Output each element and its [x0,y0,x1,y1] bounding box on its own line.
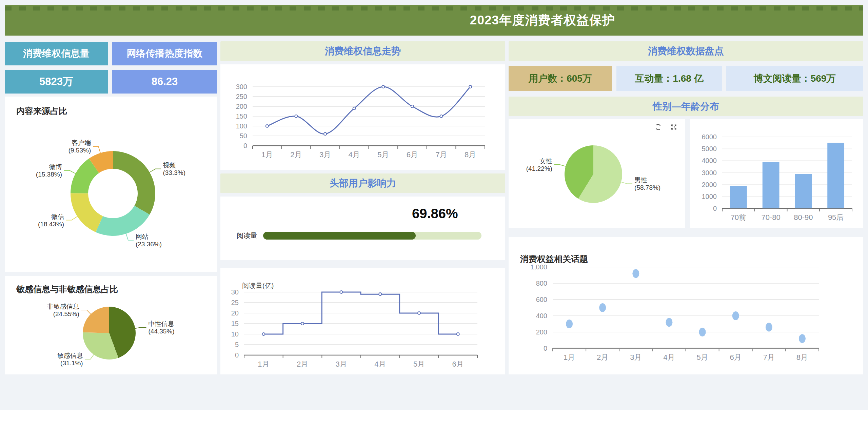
svg-text:视频: 视频 [163,162,176,169]
svg-text:200: 200 [536,328,547,336]
dashboard: 2023年度消费者权益保护 消费维权信息量 网络传播热度指数 5823万 86.… [0,0,868,431]
svg-text:1月: 1月 [564,353,575,362]
svg-text:(18.43%): (18.43%) [38,221,64,228]
svg-text:网站: 网站 [136,233,149,240]
svg-text:7月: 7月 [763,353,775,362]
svg-text:6月: 6月 [407,150,418,159]
gender-pie-chart: 男性(58.78%)女性(41.22%) [509,119,685,228]
svg-text:2月: 2月 [597,353,608,362]
svg-text:非敏感信息: 非敏感信息 [47,303,79,310]
svg-text:敏感信息: 敏感信息 [57,352,83,359]
svg-text:5月: 5月 [413,360,425,368]
topics-scatter-chart: 02004006008001,0001月2月3月4月5月6月7月8月 [509,237,863,374]
svg-text:1000: 1000 [702,193,717,200]
page-title: 2023年度消费者权益保护 [470,12,615,29]
svg-text:50: 50 [240,132,247,140]
svg-text:6000: 6000 [702,133,717,141]
progress-track [263,232,481,240]
svg-text:中性信息: 中性信息 [149,320,174,327]
svg-text:250: 250 [236,93,247,100]
svg-text:3月: 3月 [336,360,347,368]
svg-text:(41.22%): (41.22%) [526,165,552,172]
svg-text:2000: 2000 [702,181,717,188]
svg-text:30: 30 [231,288,239,296]
svg-text:70-80: 70-80 [761,213,780,222]
gender-pie-panel: 男性(58.78%)女性(41.22%) [509,119,685,228]
svg-text:0: 0 [243,142,247,149]
svg-text:3000: 3000 [702,169,717,177]
age-bar-panel: 010002000300040005000600070前70-8080-9095… [690,119,863,228]
dashboard-header: 2023年度消费者权益保护 [5,5,863,36]
svg-text:2月: 2月 [290,150,302,159]
svg-text:6月: 6月 [452,360,464,368]
svg-text:150: 150 [236,112,247,120]
kpi-interactions: 互动量：1.68 亿 [616,66,722,91]
progress-row: 阅读量 [237,231,481,240]
svg-text:200: 200 [236,103,247,110]
footer-bar [0,410,868,431]
influence-panel: 69.86% 阅读量 [220,197,505,260]
svg-text:2月: 2月 [297,360,308,368]
influence-banner: 头部用户影响力 [220,173,505,193]
trend-panel: 0501001502002503001月2月3月4月5月6月7月8月 [220,64,505,170]
progress-fill [263,232,416,240]
svg-text:6月: 6月 [730,353,742,362]
svg-text:(44.35%): (44.35%) [149,328,175,335]
svg-text:5月: 5月 [377,150,389,159]
reading-step-panel: 阅读量(亿) 0510152025301月2月3月4月5月6月 [220,268,505,374]
content-source-panel: 内容来源占比 视频(33.3%)网站(23.36%)微信(18.43%)微博(1… [5,97,217,272]
kpi-heat-index-value: 86.23 [112,70,217,94]
svg-text:0: 0 [713,205,717,212]
svg-text:客户端: 客户端 [72,139,91,146]
kpi-users: 用户数：605万 [509,66,612,91]
trend-line-chart: 0501001502002503001月2月3月4月5月6月7月8月 [220,64,505,170]
svg-text:4月: 4月 [663,353,675,362]
svg-text:800: 800 [536,280,547,287]
topics-panel: 消费权益相关话题 02004006008001,0001月2月3月4月5月6月7… [509,237,863,374]
svg-text:25: 25 [231,299,239,306]
svg-text:15: 15 [231,320,239,327]
svg-text:1月: 1月 [258,360,269,368]
svg-text:1,000: 1,000 [530,263,547,271]
svg-text:微信: 微信 [51,213,64,220]
svg-text:300: 300 [236,83,247,90]
svg-text:(24.55%): (24.55%) [53,310,79,317]
age-bar-chart: 010002000300040005000600070前70-8080-9095… [690,119,863,228]
svg-text:(31.1%): (31.1%) [60,360,83,367]
sensitivity-panel: 敏感信息与非敏感信息占比 中性信息(44.35%)敏感信息(31.1%)非敏感信… [5,276,217,374]
reading-step-chart: 0510152025301月2月3月4月5月6月 [220,268,505,374]
kpi-post-reads: 博文阅读量：569万 [726,66,863,91]
svg-text:4000: 4000 [702,157,717,164]
svg-text:4月: 4月 [374,360,386,368]
svg-text:8月: 8月 [465,150,476,159]
svg-text:5000: 5000 [702,145,717,152]
svg-text:(23.36%): (23.36%) [136,241,162,248]
kpi-info-volume-label: 消费维权信息量 [5,42,108,65]
svg-text:0: 0 [544,345,547,352]
svg-text:4月: 4月 [349,150,360,159]
svg-text:80-90: 80-90 [794,213,813,222]
svg-text:95后: 95后 [828,213,844,222]
svg-text:5月: 5月 [696,353,708,362]
sensitivity-pie-chart: 中性信息(44.35%)敏感信息(31.1%)非敏感信息(24.55%) [5,276,217,374]
svg-text:(58.78%): (58.78%) [634,184,660,191]
svg-text:100: 100 [236,122,247,130]
kpi-heat-index-label: 网络传播热度指数 [112,42,217,65]
svg-text:(9.53%): (9.53%) [68,147,91,154]
svg-text:0: 0 [235,351,239,359]
svg-text:男性: 男性 [634,177,647,184]
svg-text:女性: 女性 [539,158,552,165]
svg-text:(33.3%): (33.3%) [163,169,185,176]
progress-label: 阅读量 [237,231,263,240]
trend-banner: 消费维权信息走势 [220,41,505,61]
svg-text:8月: 8月 [796,353,808,362]
svg-text:微博: 微博 [49,163,62,170]
svg-text:70前: 70前 [731,213,746,222]
svg-text:5: 5 [235,341,239,348]
progress-value: 69.86% [412,206,458,221]
data-review-banner: 消费维权数据盘点 [509,41,863,61]
svg-text:1月: 1月 [261,150,273,159]
svg-text:600: 600 [536,296,547,303]
svg-text:7月: 7月 [435,150,447,159]
svg-text:10: 10 [231,330,239,338]
